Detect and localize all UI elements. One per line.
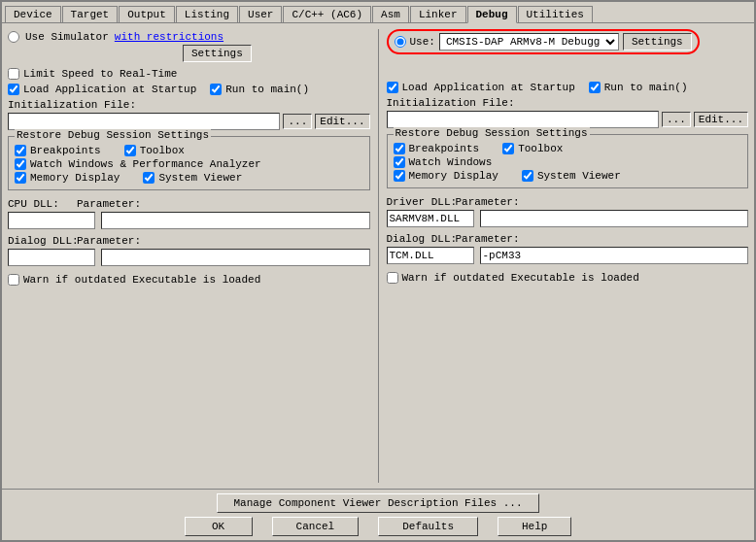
tab-output[interactable]: Output bbox=[119, 6, 175, 22]
left-browse-button[interactable]: ... bbox=[283, 114, 312, 129]
tab-user[interactable]: User bbox=[239, 6, 282, 22]
right-driver-input-row bbox=[387, 210, 749, 227]
help-button[interactable]: Help bbox=[498, 517, 571, 536]
tab-linker[interactable]: Linker bbox=[410, 6, 466, 22]
right-dialog-dll-input[interactable] bbox=[387, 247, 474, 264]
left-toolbox-checkbox[interactable] bbox=[124, 145, 136, 156]
left-edit-button[interactable]: Edit... bbox=[315, 114, 369, 129]
right-dialog-input-row bbox=[387, 247, 749, 264]
left-memory-label: Memory Display bbox=[30, 172, 120, 184]
tab-utilities[interactable]: Utilities bbox=[518, 6, 593, 22]
left-warn-checkbox[interactable] bbox=[8, 274, 19, 286]
right-warn-checkbox[interactable] bbox=[387, 272, 398, 284]
right-driver-label-row: Driver DLL: Parameter: bbox=[387, 196, 749, 208]
left-runtomain-checkbox[interactable] bbox=[210, 84, 222, 95]
left-init-row: ... Edit... bbox=[8, 113, 370, 130]
tab-target[interactable]: Target bbox=[62, 6, 119, 22]
left-dialog-dll-input[interactable] bbox=[8, 249, 95, 266]
manage-button[interactable]: Manage Component Viewer Description File… bbox=[217, 493, 538, 513]
left-init-section: Initialization File: ... Edit... bbox=[8, 99, 370, 130]
right-load-checkbox[interactable] bbox=[387, 82, 398, 93]
right-driver-dll-input[interactable] bbox=[387, 210, 474, 227]
ok-button[interactable]: OK bbox=[185, 517, 253, 536]
limit-speed-checkbox[interactable] bbox=[8, 68, 19, 80]
left-dialog-param-input[interactable] bbox=[101, 249, 370, 266]
left-breakpoints-label: Breakpoints bbox=[30, 145, 101, 156]
right-toolbox-label: Toolbox bbox=[518, 143, 563, 154]
left-cpu-dll-input-row bbox=[8, 212, 370, 229]
right-memory-checkbox[interactable] bbox=[394, 170, 405, 182]
tab-debug[interactable]: Debug bbox=[467, 6, 517, 23]
right-init-section: Initialization File: ... Edit... bbox=[387, 97, 749, 128]
tab-listing[interactable]: Listing bbox=[176, 6, 238, 22]
right-dialog-param-input[interactable] bbox=[480, 247, 749, 264]
left-load-row: Load Application at Startup Run to main(… bbox=[8, 84, 370, 95]
tab-device[interactable]: Device bbox=[5, 6, 61, 22]
use-device-select[interactable]: CMSIS-DAP ARMv8-M Debugg bbox=[439, 33, 619, 51]
left-init-input[interactable] bbox=[8, 113, 280, 130]
right-load-row: Load Application at Startup Run to main(… bbox=[387, 82, 749, 93]
right-toolbox-checkbox[interactable] bbox=[502, 143, 514, 154]
cancel-button[interactable]: Cancel bbox=[272, 517, 360, 536]
left-group-title: Restore Debug Session Settings bbox=[15, 129, 211, 141]
defaults-button[interactable]: Defaults bbox=[378, 517, 478, 536]
use-row-wrapper: Use: CMSIS-DAP ARMv8-M Debugg Settings bbox=[387, 29, 700, 54]
right-restore-group: Restore Debug Session Settings Breakpoin… bbox=[387, 134, 749, 188]
use-radio[interactable] bbox=[395, 36, 406, 48]
right-browse-button[interactable]: ... bbox=[662, 112, 691, 127]
manage-btn-row: Manage Component Viewer Description File… bbox=[8, 493, 748, 513]
tab-cpp[interactable]: C/C++ (AC6) bbox=[283, 6, 371, 22]
simulator-radio[interactable] bbox=[8, 31, 19, 43]
right-sysviewer-label: System Viewer bbox=[537, 170, 621, 182]
left-breakpoints-row: Breakpoints Toolbox bbox=[15, 145, 363, 156]
right-memory-label: Memory Display bbox=[409, 170, 498, 182]
right-group-title: Restore Debug Session Settings bbox=[394, 127, 590, 139]
debug-options-dialog: Device Target Output Listing User C/C++ … bbox=[0, 0, 756, 542]
left-dialog-dll-label: Dialog DLL: bbox=[8, 235, 71, 247]
limit-speed-row: Limit Speed to Real-Time bbox=[8, 68, 370, 80]
right-init-label: Initialization File: bbox=[387, 97, 749, 109]
right-driver-param-label: Parameter: bbox=[456, 196, 520, 208]
left-load-label: Load Application at Startup bbox=[23, 84, 196, 95]
left-memory-checkbox[interactable] bbox=[15, 172, 26, 184]
right-init-input[interactable] bbox=[387, 111, 659, 128]
left-settings-button[interactable]: Settings bbox=[183, 45, 252, 62]
use-label: Use: bbox=[410, 36, 435, 48]
left-cpu-dll-input[interactable] bbox=[8, 212, 95, 229]
with-restrictions-link[interactable]: with restrictions bbox=[115, 31, 223, 43]
right-warn-label: Warn if outdated Executable is loaded bbox=[402, 272, 639, 284]
left-init-label: Initialization File: bbox=[8, 99, 370, 111]
right-watch-checkbox[interactable] bbox=[394, 156, 405, 168]
left-watch-row: Watch Windows & Performance Analyzer bbox=[15, 158, 363, 170]
main-content: Use Simulator with restrictions Settings… bbox=[2, 23, 754, 489]
left-cpu-param-input[interactable] bbox=[101, 212, 370, 229]
right-watch-label: Watch Windows bbox=[409, 156, 493, 168]
left-watch-checkbox[interactable] bbox=[15, 158, 26, 170]
left-dialog-dll-input-row bbox=[8, 249, 370, 266]
panel-divider bbox=[378, 29, 379, 483]
right-memory-row: Memory Display System Viewer bbox=[394, 170, 742, 182]
left-toolbox-label: Toolbox bbox=[140, 145, 185, 156]
right-breakpoints-checkbox[interactable] bbox=[394, 143, 405, 154]
right-warn-row: Warn if outdated Executable is loaded bbox=[387, 272, 749, 284]
right-panel: Use: CMSIS-DAP ARMv8-M Debugg Settings L… bbox=[387, 29, 749, 483]
left-load-checkbox[interactable] bbox=[8, 84, 19, 95]
right-init-row: ... Edit... bbox=[387, 111, 749, 128]
left-memory-row: Memory Display System Viewer bbox=[15, 172, 363, 184]
left-breakpoints-checkbox[interactable] bbox=[15, 145, 26, 156]
left-sysviewer-label: System Viewer bbox=[158, 172, 242, 184]
left-cpu-dll-label-row: CPU DLL: Parameter: bbox=[8, 198, 370, 210]
left-dialog-dll-label-row: Dialog DLL: Parameter: bbox=[8, 235, 370, 247]
right-edit-button[interactable]: Edit... bbox=[694, 112, 748, 127]
right-settings-button[interactable]: Settings bbox=[623, 33, 692, 51]
left-sysviewer-checkbox[interactable] bbox=[143, 172, 155, 184]
right-runtomain-checkbox[interactable] bbox=[589, 82, 601, 93]
right-driver-param-input[interactable] bbox=[480, 210, 749, 227]
left-warn-label: Warn if outdated Executable is loaded bbox=[23, 274, 260, 286]
right-breakpoints-label: Breakpoints bbox=[409, 143, 480, 154]
left-warn-row: Warn if outdated Executable is loaded bbox=[8, 274, 370, 286]
tab-asm[interactable]: Asm bbox=[372, 6, 409, 22]
right-dialog-label-row: Dialog DLL: Parameter: bbox=[387, 233, 749, 245]
right-sysviewer-checkbox[interactable] bbox=[522, 170, 533, 182]
left-watch-label: Watch Windows & Performance Analyzer bbox=[30, 158, 261, 170]
